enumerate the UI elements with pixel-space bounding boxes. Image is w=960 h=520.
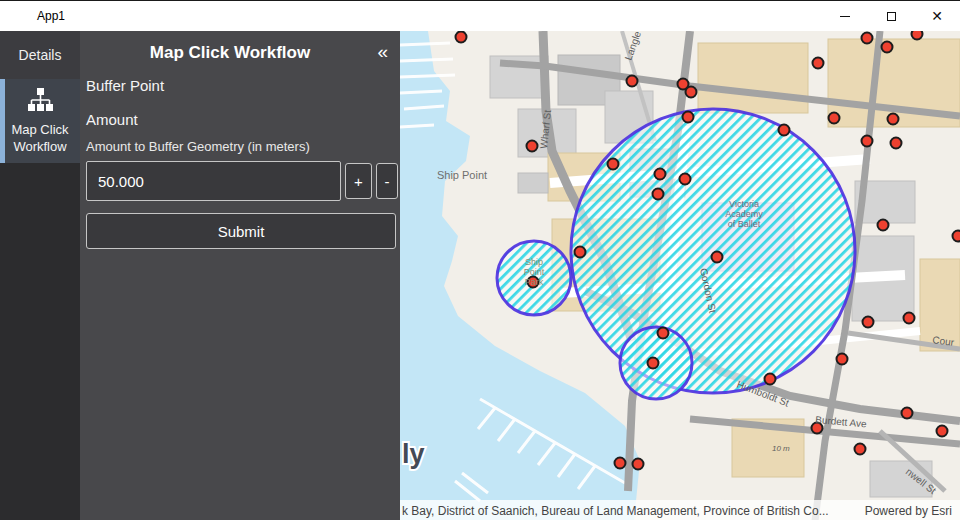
minimize-icon bbox=[840, 16, 850, 17]
submit-button[interactable]: Submit bbox=[86, 213, 396, 249]
map-point[interactable] bbox=[712, 252, 723, 263]
map-point[interactable] bbox=[829, 113, 840, 124]
close-icon: ✕ bbox=[931, 9, 943, 23]
map-point[interactable] bbox=[655, 169, 666, 180]
map-point[interactable] bbox=[575, 247, 586, 258]
selected-indicator bbox=[0, 79, 5, 163]
map-point[interactable] bbox=[882, 42, 893, 53]
sidebar-item-map-click-workflow[interactable]: Map Click Workflow bbox=[0, 79, 80, 163]
map-point[interactable] bbox=[527, 141, 538, 152]
maximize-button[interactable] bbox=[868, 1, 914, 31]
maximize-icon bbox=[887, 12, 896, 21]
sidebar-item-label: Map Click Workflow bbox=[0, 121, 80, 155]
map-point[interactable] bbox=[686, 87, 697, 98]
map-point[interactable] bbox=[878, 220, 889, 231]
map-point[interactable] bbox=[456, 32, 467, 43]
map-view[interactable]: Ship PointShipPointParkVictoriaAcademyof… bbox=[400, 31, 960, 520]
map-canvas[interactable]: Ship PointShipPointParkVictoriaAcademyof… bbox=[400, 31, 960, 520]
map-point[interactable] bbox=[863, 317, 874, 328]
place-label: ShipPointPark bbox=[524, 257, 545, 287]
close-button[interactable]: ✕ bbox=[914, 1, 960, 31]
cutoff-place-label: ly bbox=[402, 439, 425, 469]
attribution-text: k Bay, District of Saanich, Bureau of La… bbox=[402, 504, 829, 518]
map-point[interactable] bbox=[888, 114, 899, 125]
sidebar: Details Map Click Workflow bbox=[0, 31, 80, 520]
map-point[interactable] bbox=[937, 426, 948, 437]
map-point[interactable] bbox=[891, 138, 902, 149]
map-point[interactable] bbox=[615, 458, 626, 469]
tab-details[interactable]: Details bbox=[0, 31, 80, 79]
tab-details-label: Details bbox=[19, 47, 62, 63]
map-point[interactable] bbox=[953, 231, 960, 242]
map-point[interactable] bbox=[680, 174, 691, 185]
amount-label: Amount bbox=[86, 111, 138, 128]
place-label: Ship Point bbox=[437, 169, 487, 181]
section-title: Buffer Point bbox=[86, 77, 164, 94]
map-point[interactable] bbox=[648, 358, 659, 369]
map-point[interactable] bbox=[658, 328, 669, 339]
powered-by-esri: Powered by Esri bbox=[865, 504, 952, 518]
app-window: App1 ✕ Details Map Click bbox=[0, 0, 960, 520]
street-label: 10 m bbox=[772, 444, 790, 453]
amount-hint: Amount to Buffer Geometry (in meters) bbox=[86, 139, 310, 154]
map-point[interactable] bbox=[912, 31, 923, 40]
map-point[interactable] bbox=[627, 76, 638, 87]
map-point[interactable] bbox=[902, 408, 913, 419]
map-point[interactable] bbox=[608, 159, 619, 170]
buffer-circle bbox=[571, 109, 855, 393]
map-point[interactable] bbox=[813, 58, 824, 69]
increment-button[interactable]: + bbox=[345, 163, 372, 199]
minimize-button[interactable] bbox=[822, 1, 868, 31]
map-attribution: k Bay, District of Saanich, Bureau of La… bbox=[400, 500, 960, 520]
amount-input[interactable] bbox=[86, 161, 341, 201]
map-point[interactable] bbox=[904, 313, 915, 324]
map-point[interactable] bbox=[765, 374, 776, 385]
map-point[interactable] bbox=[683, 112, 694, 123]
map-point[interactable] bbox=[837, 354, 848, 365]
map-point[interactable] bbox=[633, 459, 644, 470]
place-label: VictoriaAcademyof Ballet bbox=[725, 199, 763, 229]
titlebar: App1 ✕ bbox=[0, 1, 960, 31]
window-title: App1 bbox=[37, 9, 65, 23]
collapse-panel-button[interactable]: « bbox=[377, 41, 388, 63]
sitemap-icon bbox=[26, 87, 54, 117]
map-point[interactable] bbox=[855, 444, 866, 455]
map-point[interactable] bbox=[779, 125, 790, 136]
panel-title: Map Click Workflow bbox=[80, 43, 380, 63]
workflow-panel: Map Click Workflow « Buffer Point Amount… bbox=[80, 31, 400, 520]
map-point[interactable] bbox=[862, 136, 873, 147]
window-controls: ✕ bbox=[822, 1, 960, 31]
map-point[interactable] bbox=[862, 33, 873, 44]
decrement-button[interactable]: - bbox=[376, 163, 398, 199]
map-point[interactable] bbox=[653, 189, 664, 200]
